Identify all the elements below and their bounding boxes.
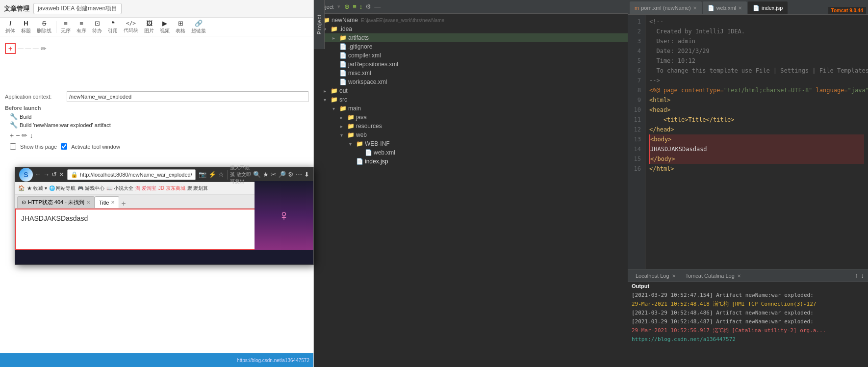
tree-web-xml[interactable]: 📄 web.xml <box>314 148 628 157</box>
bottom-add-btn[interactable]: + <box>10 131 14 139</box>
show-page-label: Show this page <box>20 144 57 150</box>
fav-navigation[interactable]: 🌐 网站导航 <box>49 185 76 192</box>
pom-tab[interactable]: m pom.xml (newName) ✕ <box>630 1 702 14</box>
screenshot-btn[interactable]: 📷 <box>199 171 206 178</box>
tree-root[interactable]: ▾ 📁 newName E:\javaEE\javaee_work\thrs\n… <box>314 16 628 25</box>
tree-java[interactable]: ▸ 📁 java <box>314 113 628 122</box>
java-label: java <box>356 114 367 121</box>
ide-sort-icon[interactable]: ≡ <box>353 3 357 10</box>
project-vertical-label[interactable]: Project <box>314 0 325 49</box>
fav-bookmarks[interactable]: ★ 收藏 ▾ <box>27 185 47 192</box>
browser-url-bar[interactable]: 🔒 http://localhost:8080/newName_war_expl… <box>67 169 196 180</box>
fav-ju[interactable]: 聚 聚划算 <box>187 185 208 192</box>
workspace-xml-label: workspace.xml <box>348 79 387 85</box>
root-path: E:\javaEE\javaee_work\thrs\newName <box>361 18 444 23</box>
tab-title[interactable]: Title ✕ <box>95 196 119 208</box>
tree-workspace-xml[interactable]: 📄 workspace.xml <box>314 78 628 86</box>
code-content[interactable]: <!-- Created by IntelliJ IDEA. User: adm… <box>645 15 868 269</box>
bottom-minus-btn[interactable]: − <box>16 131 20 139</box>
localhost-log-close[interactable]: ✕ <box>672 273 676 279</box>
output-down-btn[interactable]: ↓ <box>861 272 865 279</box>
tree-web[interactable]: ▾ 📁 web <box>314 131 628 139</box>
tab-404[interactable]: ⊙ HTTP状态 404 - 未找到 ✕ <box>17 196 95 208</box>
stop-btn[interactable]: ✕ <box>59 171 64 178</box>
star-icon[interactable]: ★ <box>263 171 269 178</box>
refresh-btn[interactable]: ↺ <box>51 171 57 178</box>
tree-gitignore[interactable]: 📄 .gitignore <box>314 42 628 51</box>
output-up-btn[interactable]: ↑ <box>855 272 858 279</box>
new-tab-btn[interactable]: + <box>121 199 126 208</box>
ide-gear-icon[interactable]: ⚙ <box>365 3 371 10</box>
workspace-xml-icon: 📄 <box>339 79 347 85</box>
code-block-btn[interactable]: </> 代码块 <box>121 19 141 35</box>
activate-window-checkbox[interactable] <box>61 143 67 150</box>
tab-title-close[interactable]: ✕ <box>111 200 115 205</box>
link-btn[interactable]: 🔗 超链接 <box>189 19 208 35</box>
italic-btn[interactable]: I 斜体 <box>3 19 18 35</box>
tab-404-close[interactable]: ✕ <box>86 200 90 205</box>
tree-misc-xml[interactable]: 📄 misc.xml <box>314 69 628 78</box>
ide-sep-1: ▾ <box>337 3 340 10</box>
catalina-log-close[interactable]: ✕ <box>737 273 741 279</box>
home-icon[interactable]: 🏠 <box>18 185 25 191</box>
cut-icon[interactable]: ✂ <box>271 171 276 178</box>
tree-main[interactable]: ▾ 📁 main <box>314 104 628 113</box>
code-line-12: </head> <box>649 125 864 134</box>
tree-out[interactable]: ▸ 📁 out <box>314 86 628 95</box>
settings-icon[interactable]: ⚙ <box>288 171 294 178</box>
ide-top-bar: Project ▾ ⊕ ≡ ↕ ⚙ — <box>314 0 628 14</box>
tree-compiler-xml[interactable]: 📄 compiler.xml <box>314 51 628 60</box>
code-line-10: <head> <box>649 105 864 115</box>
menu-icon[interactable]: ⋯ <box>296 171 302 178</box>
add-content-btn[interactable]: + <box>5 43 16 54</box>
tree-index-jsp[interactable]: 📄 index.jsp <box>314 157 628 166</box>
fav-taobao[interactable]: 淘 爱淘宝 <box>135 185 156 192</box>
search-icon[interactable]: 🔍 <box>253 171 261 178</box>
edit-icon[interactable]: ✏ <box>41 45 47 52</box>
tree-webinf[interactable]: ▾ 📁 WEB-INF <box>314 139 628 148</box>
fav-novels[interactable]: 📖 小说大全 <box>106 185 133 192</box>
catalina-log-tab[interactable]: Tomcat Catalina Log ✕ <box>682 272 745 280</box>
find-icon[interactable]: 🔎 <box>278 171 286 178</box>
index-jsp-icon: 📄 <box>356 158 363 165</box>
tree-src[interactable]: ▾ 📁 src <box>314 95 628 104</box>
tree-jar-xml[interactable]: 📄 jarRepositories.xml <box>314 60 628 69</box>
image-btn[interactable]: 🖼 图片 <box>142 19 156 35</box>
bottom-arrow-btn[interactable]: ↓ <box>29 131 33 139</box>
localhost-log-tab[interactable]: Localhost Log ✕ <box>632 272 680 280</box>
code-line-13: <body> <box>649 134 864 144</box>
forward-btn[interactable]: → <box>43 171 50 178</box>
lightning-btn[interactable]: ⚡ <box>208 171 216 178</box>
pom-tab-close[interactable]: ✕ <box>693 5 697 11</box>
strikethrough-btn[interactable]: S 删除线 <box>34 19 54 35</box>
web-xml-tab-close[interactable]: ✕ <box>738 5 742 11</box>
editor-add-line: + — — — ✏ <box>5 43 308 54</box>
bottom-edit-btn[interactable]: ✏ <box>22 131 27 139</box>
download-icon[interactable]: ⬇ <box>304 171 309 178</box>
tree-resources[interactable]: ▸ 📁 resources <box>314 122 628 131</box>
ide-sync-icon[interactable]: ⊕ <box>344 3 350 10</box>
quote-btn[interactable]: ❝ 引用 <box>105 19 120 35</box>
fav-games[interactable]: 🎮 游戏中心 <box>77 185 104 192</box>
heading-btn[interactable]: H 标题 <box>19 19 33 35</box>
back-btn[interactable]: ← <box>35 171 41 178</box>
web-xml-tab[interactable]: 📄 web.xml ✕ <box>703 1 747 14</box>
ordered-list-btn[interactable]: ≡ 有序 <box>74 19 89 35</box>
localhost-log-label: Localhost Log <box>636 273 669 279</box>
left-header: 文章管理 javaweb IDEA 创建maven项目 <box>0 0 313 18</box>
ide-minimize-icon[interactable]: — <box>374 3 381 10</box>
context-input[interactable] <box>67 91 308 102</box>
article-tab[interactable]: javaweb IDEA 创建maven项目 <box>33 3 122 14</box>
tree-idea[interactable]: ▾ 📁 .idea <box>314 25 628 33</box>
star-btn[interactable]: ☆ <box>218 171 224 178</box>
compiler-xml-label: compiler.xml <box>348 52 381 59</box>
ide-expand-icon[interactable]: ↕ <box>359 3 363 10</box>
unordered-list-btn[interactable]: ≡ 无序 <box>58 19 73 35</box>
video-btn[interactable]: ▶ 视频 <box>157 19 172 35</box>
fav-jd[interactable]: JD 京东商城 <box>158 185 185 192</box>
show-page-checkbox[interactable] <box>10 143 16 150</box>
index-jsp-tab[interactable]: 📄 index.jsp <box>748 1 788 14</box>
table-btn[interactable]: ⊞ 表格 <box>173 19 188 35</box>
tree-artifacts[interactable]: ▸ 📁 artifacts <box>314 33 628 42</box>
todo-btn[interactable]: ⊡ 待办 <box>90 19 104 35</box>
